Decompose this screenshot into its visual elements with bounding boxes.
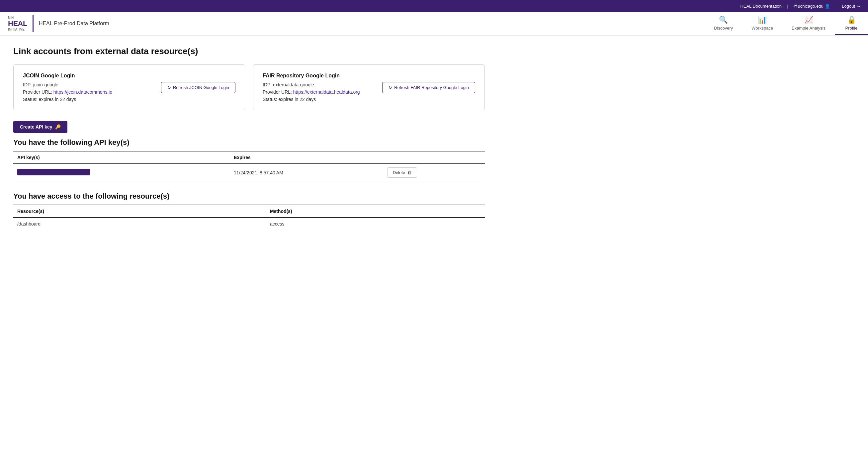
refresh-jcoin-label: Refresh JCOIN Google Login: [173, 85, 229, 90]
nav-tabs: 🔍 Discovery 📊 Workspace 📈 Example Analys…: [705, 12, 868, 35]
logo-divider: [33, 15, 34, 32]
app-header: NIH HEAL INITIATIVE HEAL Pre-Prod Data P…: [0, 12, 868, 35]
heal-text: HEAL: [8, 20, 27, 28]
tab-profile[interactable]: 🔒 Profile: [835, 12, 868, 35]
api-keys-table-header-row: API key(s) Expires: [13, 151, 485, 164]
tab-example-analysis-label: Example Analysis: [792, 26, 826, 31]
table-row: 11/24/2021, 8:57:40 AM Delete 🗑: [13, 164, 485, 181]
api-keys-col-header: API key(s): [13, 151, 230, 164]
resource-method-cell: access: [266, 218, 485, 230]
fair-provider-label: Provider URL:: [263, 89, 292, 95]
main-content: Link accounts from external data resourc…: [0, 35, 498, 251]
delete-label: Delete: [393, 170, 405, 175]
refresh-jcoin-button[interactable]: ↻ Refresh JCOIN Google Login: [161, 82, 236, 93]
resources-table-header-row: Resource(s) Method(s): [13, 205, 485, 218]
jcoin-card-info: JCOIN Google Login IDP: jcoin-google Pro…: [23, 73, 153, 102]
tab-example-analysis[interactable]: 📈 Example Analysis: [782, 12, 835, 35]
resources-title: You have access to the following resourc…: [13, 192, 485, 200]
logout-link[interactable]: Logout ↪: [842, 4, 860, 9]
platform-title: HEAL Pre-Prod Data Platform: [39, 21, 109, 27]
logout-label: Logout: [842, 4, 855, 9]
jcoin-provider-link[interactable]: https://jcoin.datacommons.io: [54, 89, 112, 95]
tab-workspace-label: Workspace: [751, 26, 773, 31]
fair-status: Status: expires in 22 days: [263, 97, 374, 102]
tab-discovery[interactable]: 🔍 Discovery: [705, 12, 742, 35]
resources-section: You have access to the following resourc…: [13, 192, 485, 230]
refresh-jcoin-icon: ↻: [167, 85, 171, 90]
resource-path-cell: /dashboard: [13, 218, 266, 230]
methods-col-header: Method(s): [266, 205, 485, 218]
fair-provider-url: Provider URL: https://externaldata.heald…: [263, 89, 374, 95]
resources-col-header: Resource(s): [13, 205, 266, 218]
api-keys-title: You have the following API key(s): [13, 138, 485, 147]
refresh-fair-label: Refresh FAIR Repository Google Login: [394, 85, 469, 90]
create-api-key-button[interactable]: Create API key 🔑: [13, 121, 67, 133]
api-key-value-cell: [13, 164, 230, 181]
api-key-masked-bar: [17, 169, 90, 175]
jcoin-provider-url: Provider URL: https://jcoin.datacommons.…: [23, 89, 153, 95]
key-icon: 🔑: [55, 124, 61, 129]
user-icon: 👤: [825, 4, 830, 9]
divider-2: |: [835, 4, 836, 9]
table-row: /dashboard access: [13, 218, 485, 230]
tab-profile-label: Profile: [845, 26, 858, 31]
api-keys-actions-header: [383, 151, 485, 164]
fair-card-info: FAIR Repository Google Login IDP: extern…: [263, 73, 374, 102]
refresh-fair-icon: ↻: [389, 85, 392, 90]
jcoin-card: JCOIN Google Login IDP: jcoin-google Pro…: [13, 64, 245, 110]
external-accounts-cards: JCOIN Google Login IDP: jcoin-google Pro…: [13, 64, 485, 110]
logout-icon: ↪: [857, 4, 860, 9]
nih-heal-logo: NIH HEAL INITIATIVE: [8, 16, 27, 31]
resources-table: Resource(s) Method(s) /dashboard access: [13, 205, 485, 230]
trash-icon: 🗑: [407, 170, 411, 175]
discovery-icon: 🔍: [719, 15, 728, 24]
delete-api-key-button[interactable]: Delete 🗑: [387, 167, 417, 178]
refresh-fair-button[interactable]: ↻ Refresh FAIR Repository Google Login: [382, 82, 475, 93]
user-link[interactable]: @uchicago.edu 👤: [793, 4, 830, 9]
fair-card-title: FAIR Repository Google Login: [263, 73, 374, 79]
workspace-icon: 📊: [758, 15, 767, 24]
api-key-expires-cell: 11/24/2021, 8:57:40 AM: [230, 164, 383, 181]
api-key-actions-cell: Delete 🗑: [383, 164, 485, 181]
initiative-text: INITIATIVE: [8, 28, 27, 31]
api-keys-expires-header: Expires: [230, 151, 383, 164]
example-analysis-icon: 📈: [804, 15, 813, 24]
link-accounts-title: Link accounts from external data resourc…: [13, 46, 485, 57]
user-label: @uchicago.edu: [793, 4, 824, 9]
top-bar: HEAL Documentation | @uchicago.edu 👤 | L…: [0, 0, 868, 12]
documentation-link[interactable]: HEAL Documentation: [740, 4, 782, 9]
create-api-key-label: Create API key: [20, 124, 53, 129]
jcoin-provider-label: Provider URL:: [23, 89, 52, 95]
api-keys-table: API key(s) Expires 11/24/2021, 8:57:40 A…: [13, 151, 485, 181]
fair-provider-link[interactable]: https://externaldata.healdata.org: [293, 89, 360, 95]
jcoin-card-title: JCOIN Google Login: [23, 73, 153, 79]
tab-discovery-label: Discovery: [714, 26, 733, 31]
divider-1: |: [787, 4, 788, 9]
documentation-label: HEAL Documentation: [740, 4, 782, 9]
profile-icon: 🔒: [847, 15, 856, 24]
fair-card: FAIR Repository Google Login IDP: extern…: [253, 64, 485, 110]
tab-workspace[interactable]: 📊 Workspace: [742, 12, 782, 35]
logo-area: NIH HEAL INITIATIVE HEAL Pre-Prod Data P…: [0, 12, 120, 35]
jcoin-status: Status: expires in 22 days: [23, 97, 153, 102]
jcoin-idp: IDP: jcoin-google: [23, 82, 153, 87]
fair-idp: IDP: externaldata-google: [263, 82, 374, 87]
